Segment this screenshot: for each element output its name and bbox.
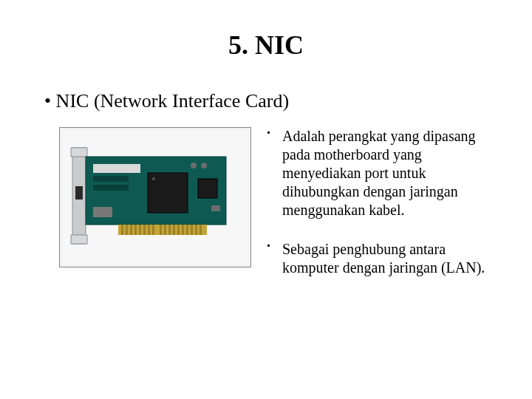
svg-rect-6 (121, 225, 123, 235)
svg-rect-14 (160, 225, 162, 235)
svg-rect-23 (200, 225, 202, 235)
sub-bullet: Sebagai penghubung antara komputer denga… (266, 240, 502, 277)
svg-rect-33 (211, 205, 220, 211)
svg-point-25 (152, 177, 155, 180)
svg-rect-20 (186, 225, 188, 235)
svg-rect-2 (71, 235, 87, 244)
sub-bullet: Adalah perangkat yang dipasang pada moth… (266, 127, 502, 219)
svg-rect-22 (195, 225, 197, 235)
svg-rect-27 (93, 164, 140, 173)
svg-rect-29 (93, 185, 129, 191)
content-row: Adalah perangkat yang dipasang pada moth… (59, 127, 510, 298)
slide: 5. NIC NIC (Network Interface Card) (0, 0, 532, 399)
svg-rect-7 (126, 225, 128, 235)
main-bullet: NIC (Network Interface Card) (44, 90, 510, 112)
svg-rect-26 (198, 179, 217, 198)
svg-rect-30 (93, 207, 112, 217)
svg-rect-17 (173, 225, 175, 235)
svg-rect-9 (134, 225, 137, 235)
svg-point-31 (191, 163, 197, 168)
svg-rect-19 (182, 225, 184, 235)
slide-title: 5. NIC (22, 30, 510, 61)
svg-rect-16 (168, 225, 171, 235)
svg-rect-28 (93, 176, 129, 182)
svg-rect-8 (130, 225, 132, 235)
nic-image (59, 127, 251, 267)
svg-rect-21 (191, 225, 193, 235)
svg-rect-3 (75, 186, 83, 200)
sub-bullet-list: Adalah perangkat yang dipasang pada moth… (266, 127, 510, 298)
svg-rect-15 (164, 225, 166, 235)
svg-rect-1 (71, 148, 87, 157)
svg-rect-11 (143, 225, 146, 235)
svg-rect-10 (139, 225, 141, 235)
nic-card-icon (66, 134, 244, 260)
svg-point-32 (201, 163, 207, 168)
svg-rect-13 (152, 225, 154, 235)
svg-rect-12 (148, 225, 150, 235)
svg-rect-18 (177, 225, 180, 235)
